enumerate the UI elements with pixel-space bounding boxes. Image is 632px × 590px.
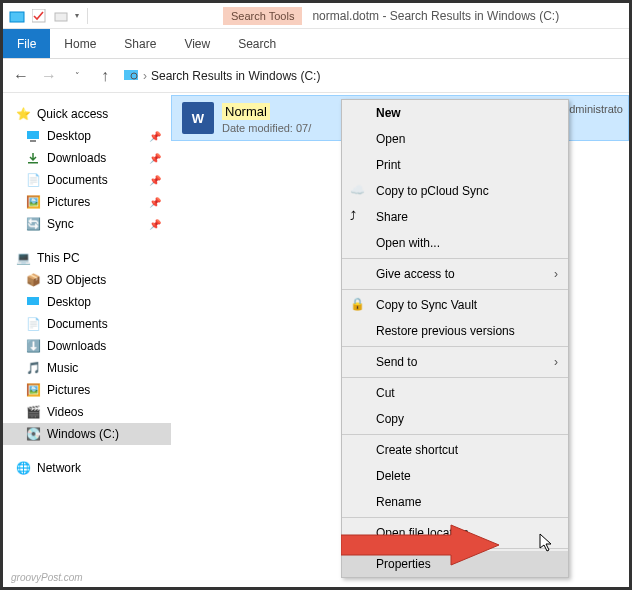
svg-marker-9 <box>341 525 499 565</box>
cm-separator <box>342 434 568 435</box>
sidebar-item-videos[interactable]: 🎬Videos <box>3 401 171 423</box>
sidebar-label: Network <box>37 461 81 475</box>
svg-rect-5 <box>27 131 39 139</box>
cm-delete[interactable]: Delete <box>342 463 568 489</box>
sidebar-label: Sync <box>47 217 74 231</box>
sidebar-thispc[interactable]: 💻This PC <box>3 247 171 269</box>
downloads-icon: ⬇️ <box>25 338 41 354</box>
watermark: groovyPost.com <box>11 572 83 583</box>
pictures-icon: 🖼️ <box>25 382 41 398</box>
sidebar-item-sync[interactable]: 🔄Sync📌 <box>3 213 171 235</box>
breadcrumb-label[interactable]: Search Results in Windows (C:) <box>151 69 320 83</box>
sync-vault-icon: 🔒 <box>350 297 366 313</box>
tab-search[interactable]: Search <box>224 37 290 51</box>
qat-dropdown-icon[interactable]: ▾ <box>75 11 79 20</box>
navigation-bar: ← → ˅ ↑ › Search Results in Windows (C:) <box>3 59 629 93</box>
cm-open-with[interactable]: Open with... <box>342 230 568 256</box>
cm-copy[interactable]: Copy <box>342 406 568 432</box>
sidebar-item-desktop2[interactable]: Desktop <box>3 291 171 313</box>
qat-divider <box>87 8 88 24</box>
qat-folder-icon[interactable] <box>53 8 69 24</box>
cm-label: Copy to pCloud Sync <box>376 184 489 198</box>
sidebar-quickaccess[interactable]: ⭐ Quick access <box>3 103 171 125</box>
tab-view[interactable]: View <box>170 37 224 51</box>
cm-separator <box>342 517 568 518</box>
sidebar-item-windows-c[interactable]: 💽Windows (C:) <box>3 423 171 445</box>
pictures-icon: 🖼️ <box>25 194 41 210</box>
cm-open[interactable]: Open <box>342 126 568 152</box>
sidebar-label: Documents <box>47 173 108 187</box>
nav-recent-dropdown[interactable]: ˅ <box>67 66 87 86</box>
cm-give-access[interactable]: Give access to› <box>342 261 568 287</box>
desktop-icon <box>25 128 41 144</box>
sidebar-item-documents2[interactable]: 📄Documents <box>3 313 171 335</box>
sidebar-label: Desktop <box>47 129 91 143</box>
cloud-icon: ☁️ <box>350 183 366 199</box>
cm-send-to[interactable]: Send to› <box>342 349 568 375</box>
sidebar-label: Pictures <box>47 195 90 209</box>
annotation-arrow-icon <box>341 523 501 567</box>
network-icon: 🌐 <box>15 460 31 476</box>
nav-forward-button[interactable]: → <box>39 66 59 86</box>
cm-rename[interactable]: Rename <box>342 489 568 515</box>
sidebar-label: Music <box>47 361 78 375</box>
cm-share[interactable]: ⤴Share <box>342 204 568 230</box>
desktop-icon <box>25 294 41 310</box>
title-bar: Search Tools normal.dotm - Search Result… <box>223 3 559 29</box>
cm-separator <box>342 289 568 290</box>
share-icon: ⤴ <box>350 209 366 225</box>
nav-back-button[interactable]: ← <box>11 66 31 86</box>
search-tools-contextual-tab[interactable]: Search Tools <box>223 7 302 25</box>
breadcrumb-chevron-icon: › <box>143 69 147 83</box>
cm-copy-pcloud[interactable]: ☁️Copy to pCloud Sync <box>342 178 568 204</box>
pin-icon: 📌 <box>149 153 161 164</box>
sidebar-label: This PC <box>37 251 80 265</box>
word-doc-icon: W <box>182 102 214 134</box>
sidebar-label: Pictures <box>47 383 90 397</box>
star-icon: ⭐ <box>15 106 31 122</box>
svg-rect-6 <box>30 140 36 142</box>
sidebar-item-music[interactable]: 🎵Music <box>3 357 171 379</box>
documents-icon: 📄 <box>25 316 41 332</box>
tab-file[interactable]: File <box>3 29 50 58</box>
cube-icon: 📦 <box>25 272 41 288</box>
drive-icon: 💽 <box>25 426 41 442</box>
cm-restore[interactable]: Restore previous versions <box>342 318 568 344</box>
nav-up-button[interactable]: ↑ <box>95 66 115 86</box>
sidebar-label: Desktop <box>47 295 91 309</box>
sidebar-label: Windows (C:) <box>47 427 119 441</box>
svg-rect-7 <box>28 162 38 164</box>
cm-label: Send to <box>376 355 417 369</box>
chevron-right-icon: › <box>554 267 558 281</box>
cm-copy-sync-vault[interactable]: 🔒Copy to Sync Vault <box>342 292 568 318</box>
sidebar-item-documents[interactable]: 📄Documents📌 <box>3 169 171 191</box>
sidebar-item-downloads[interactable]: Downloads📌 <box>3 147 171 169</box>
sidebar-label: Quick access <box>37 107 108 121</box>
cm-new[interactable]: New <box>342 100 568 126</box>
navigation-pane: ⭐ Quick access Desktop📌 Downloads📌 📄Docu… <box>3 93 171 587</box>
sidebar-item-3dobjects[interactable]: 📦3D Objects <box>3 269 171 291</box>
svg-rect-0 <box>10 12 24 22</box>
qat-check-icon[interactable] <box>31 8 47 24</box>
mouse-cursor-icon <box>539 533 555 557</box>
cm-separator <box>342 377 568 378</box>
cm-print[interactable]: Print <box>342 152 568 178</box>
documents-icon: 📄 <box>25 172 41 188</box>
sidebar-item-pictures[interactable]: 🖼️Pictures📌 <box>3 191 171 213</box>
sidebar-item-desktop[interactable]: Desktop📌 <box>3 125 171 147</box>
sidebar-network[interactable]: 🌐Network <box>3 457 171 479</box>
cm-cut[interactable]: Cut <box>342 380 568 406</box>
svg-rect-2 <box>55 13 67 21</box>
tab-home[interactable]: Home <box>50 37 110 51</box>
sidebar-item-pictures2[interactable]: 🖼️Pictures <box>3 379 171 401</box>
search-folder-icon <box>123 66 139 85</box>
tab-share[interactable]: Share <box>110 37 170 51</box>
downloads-icon <box>25 150 41 166</box>
cm-create-shortcut[interactable]: Create shortcut <box>342 437 568 463</box>
sync-icon: 🔄 <box>25 216 41 232</box>
svg-rect-1 <box>32 9 45 22</box>
sidebar-item-downloads2[interactable]: ⬇️Downloads <box>3 335 171 357</box>
sidebar-label: Documents <box>47 317 108 331</box>
address-bar[interactable]: › Search Results in Windows (C:) <box>123 66 320 85</box>
result-filename: Normal <box>222 103 270 120</box>
